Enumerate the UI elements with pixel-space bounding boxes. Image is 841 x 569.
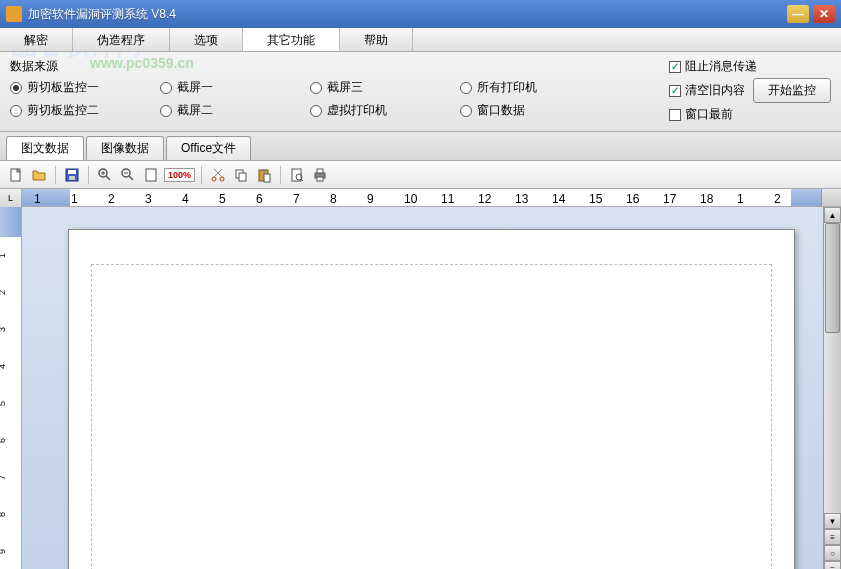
subtab-2[interactable]: Office文件 bbox=[166, 136, 251, 160]
scroll-down-button[interactable]: ▼ bbox=[824, 513, 841, 529]
radio-group: 剪切板监控一截屏一截屏三所有打印机剪切板监控二截屏二虚拟打印机窗口数据 bbox=[10, 79, 659, 119]
check-label: 窗口最前 bbox=[685, 106, 733, 123]
subtab-0[interactable]: 图文数据 bbox=[6, 136, 84, 160]
svg-line-9 bbox=[129, 176, 133, 180]
canvas-area[interactable] bbox=[22, 207, 823, 569]
new-icon[interactable] bbox=[6, 165, 26, 185]
app-icon bbox=[6, 6, 22, 22]
zoom-level[interactable]: 100% bbox=[164, 168, 195, 182]
scroll-prev-page-icon[interactable]: ≡ bbox=[824, 529, 841, 545]
svg-rect-3 bbox=[69, 176, 75, 180]
scroll-object-icon[interactable]: ○ bbox=[824, 545, 841, 561]
close-button[interactable]: ✕ bbox=[813, 5, 835, 23]
svg-point-12 bbox=[212, 177, 216, 181]
window-title: 加密软件漏洞评测系统 V8.4 bbox=[28, 6, 787, 23]
fit-page-icon[interactable] bbox=[141, 165, 161, 185]
menu-0[interactable]: 解密 bbox=[0, 28, 73, 51]
radio-5[interactable]: 截屏二 bbox=[160, 102, 310, 119]
check-clear-old[interactable]: ✓清空旧内容 bbox=[669, 82, 745, 99]
svg-rect-11 bbox=[146, 169, 156, 181]
radio-1[interactable]: 截屏一 bbox=[160, 79, 310, 96]
svg-rect-19 bbox=[261, 169, 266, 172]
menu-2[interactable]: 选项 bbox=[170, 28, 243, 51]
editor-toolbar: 100% bbox=[0, 161, 841, 189]
titlebar: 加密软件漏洞评测系统 V8.4 — ✕ bbox=[0, 0, 841, 28]
ruler-vertical: 123456789 bbox=[0, 207, 22, 569]
radio-6[interactable]: 虚拟打印机 bbox=[310, 102, 460, 119]
check-top-most[interactable]: 窗口最前 bbox=[669, 106, 733, 123]
vertical-scrollbar[interactable]: ▲ ▼ ≡ ○ ≡ bbox=[823, 207, 841, 569]
subtab-1[interactable]: 图像数据 bbox=[86, 136, 164, 160]
svg-rect-25 bbox=[317, 169, 323, 173]
radio-4[interactable]: 剪切板监控二 bbox=[10, 102, 160, 119]
main-menubar: 解密伪造程序选项其它功能帮助 bbox=[0, 28, 841, 52]
svg-point-13 bbox=[220, 177, 224, 181]
ruler-horizontal: L 112345678910111213141516171812 bbox=[0, 189, 841, 207]
check-label: 清空旧内容 bbox=[685, 82, 745, 99]
start-monitor-button[interactable]: 开始监控 bbox=[753, 78, 831, 103]
cut-icon[interactable] bbox=[208, 165, 228, 185]
document-container: 123456789 ▲ ▼ ≡ ○ ≡ bbox=[0, 207, 841, 569]
zoom-in-icon[interactable] bbox=[95, 165, 115, 185]
scroll-next-page-icon[interactable]: ≡ bbox=[824, 561, 841, 569]
svg-rect-20 bbox=[264, 174, 270, 182]
save-icon[interactable] bbox=[62, 165, 82, 185]
svg-rect-2 bbox=[68, 170, 76, 174]
radio-7[interactable]: 窗口数据 bbox=[460, 102, 610, 119]
zoom-out-icon[interactable] bbox=[118, 165, 138, 185]
page-margin-guide bbox=[91, 264, 772, 569]
radio-2[interactable]: 截屏三 bbox=[310, 79, 460, 96]
paste-icon[interactable] bbox=[254, 165, 274, 185]
menu-4[interactable]: 帮助 bbox=[340, 28, 413, 51]
svg-rect-26 bbox=[317, 177, 323, 181]
sub-tabs: 图文数据图像数据Office文件 bbox=[0, 132, 841, 161]
copy-icon[interactable] bbox=[231, 165, 251, 185]
check-block-msg[interactable]: ✓阻止消息传递 bbox=[669, 58, 757, 75]
preview-icon[interactable] bbox=[287, 165, 307, 185]
scroll-thumb-v[interactable] bbox=[825, 223, 840, 333]
options-panel: 数据来源 剪切板监控一截屏一截屏三所有打印机剪切板监控二截屏二虚拟打印机窗口数据… bbox=[0, 52, 841, 132]
menu-1[interactable]: 伪造程序 bbox=[73, 28, 170, 51]
options-legend: 数据来源 bbox=[10, 58, 659, 75]
radio-3[interactable]: 所有打印机 bbox=[460, 79, 610, 96]
ruler-corner: L bbox=[0, 189, 22, 207]
radio-0[interactable]: 剪切板监控一 bbox=[10, 79, 160, 96]
scroll-up-button[interactable]: ▲ bbox=[824, 207, 841, 223]
right-controls: ✓阻止消息传递 ✓清空旧内容 开始监控 窗口最前 bbox=[669, 58, 831, 123]
minimize-button[interactable]: — bbox=[787, 5, 809, 23]
document-page bbox=[68, 229, 795, 569]
svg-line-5 bbox=[106, 176, 110, 180]
svg-rect-17 bbox=[239, 173, 246, 181]
open-icon[interactable] bbox=[29, 165, 49, 185]
check-label: 阻止消息传递 bbox=[685, 58, 757, 75]
print-icon[interactable] bbox=[310, 165, 330, 185]
menu-3[interactable]: 其它功能 bbox=[243, 28, 340, 51]
